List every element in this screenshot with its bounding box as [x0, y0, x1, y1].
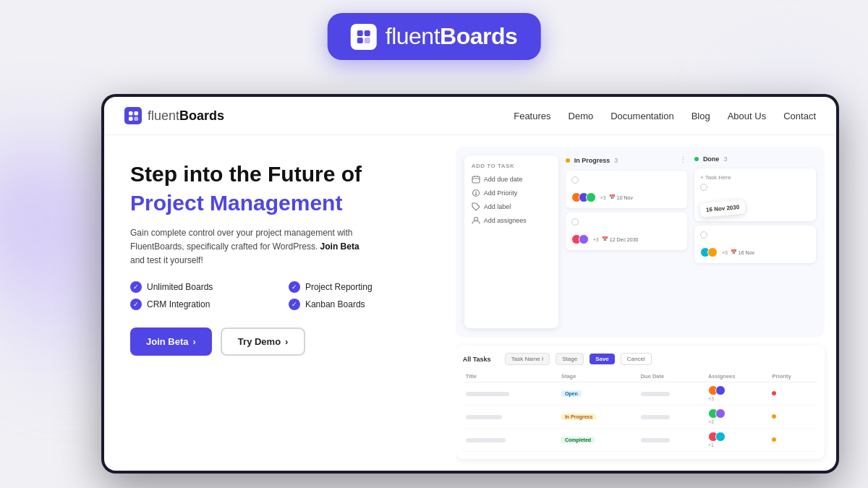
table-row: Completed +1: [463, 429, 817, 452]
kanban-card-4: +3 📅16 Nov: [694, 226, 816, 263]
row3-avatar-group: [708, 432, 766, 442]
table-area: All Tasks Task Name I Stage Save Cancel …: [456, 346, 825, 459]
col-count-progress: 3: [614, 157, 618, 164]
table-row: Open +3: [463, 382, 817, 406]
feature-check-2: ✓: [130, 299, 142, 310]
card-check-3: [700, 184, 707, 191]
priority-medium: [772, 414, 776, 419]
add-task-priority: Add Priority: [472, 189, 551, 197]
row2-assignees: +3: [705, 406, 769, 429]
hero-buttons: Join Beta › Try Demo ›: [130, 328, 435, 356]
top-logo-icon: [351, 24, 377, 50]
col-dot-done: [694, 157, 699, 161]
feature-item-0: ✓ Unlimited Boards: [130, 281, 277, 293]
col-title-done: Done: [703, 155, 720, 163]
col-title-progress: In Progress: [574, 157, 610, 164]
kanban-col-done: Done 3 + Task Here 16 Nov 2030: [694, 155, 816, 328]
nav-link-contact[interactable]: Contact: [783, 111, 816, 121]
avatar-plus-1: +3: [600, 195, 606, 200]
svg-point-14: [475, 194, 476, 194]
svg-rect-6: [129, 116, 133, 121]
row2-due: [638, 406, 705, 429]
status-badge-open: Open: [561, 390, 582, 397]
add-task-label: Add label: [472, 202, 551, 211]
table-cancel-button[interactable]: Cancel: [621, 353, 652, 365]
status-badge-done: Completed: [561, 437, 595, 443]
date-badge-2: 📅12 Dec 2030: [602, 236, 639, 242]
nav-link-blog[interactable]: Blog: [692, 111, 710, 121]
col-header-assignees: Assignees: [705, 371, 769, 382]
col-header-stage: Stage: [558, 371, 638, 382]
avatar-group-4: [700, 247, 718, 257]
row2-title: [463, 406, 558, 429]
hero-heading-line2: Project Management: [130, 190, 435, 216]
join-beta-button[interactable]: Join Beta ›: [130, 328, 212, 356]
col-menu-progress[interactable]: ⋮: [679, 155, 687, 165]
top-logo-pill: fluentBoards: [328, 13, 541, 60]
nav-link-documentation[interactable]: Documentation: [610, 111, 673, 121]
row2-avatar-group: [708, 408, 766, 419]
nav-link-demo[interactable]: Demo: [569, 111, 594, 121]
table-filter-task[interactable]: Task Name I: [505, 353, 550, 365]
feature-check-3: ✓: [289, 299, 300, 310]
hero-right: ADD TO TASK Add due date: [456, 135, 836, 471]
col-header-due: Due Date: [638, 371, 705, 382]
try-demo-button[interactable]: Try Demo ›: [221, 328, 306, 356]
svg-rect-3: [365, 38, 370, 43]
col-header-priority: Priority: [769, 371, 817, 382]
table-header-row: All Tasks Task Name I Stage Save Cancel: [463, 353, 817, 365]
col-dot-progress: [566, 158, 570, 163]
nav-logo-icon: [124, 107, 142, 124]
add-task-assignees: Add assignees: [472, 216, 551, 225]
card-check-1: [571, 176, 579, 184]
feature-item-2: ✓ CRM Integration: [130, 299, 277, 310]
top-logo-area: fluentBoards: [328, 13, 541, 60]
kanban-col-header-progress: In Progress 3 ⋮: [566, 155, 687, 165]
kanban-col-header-done: Done 3: [694, 155, 816, 163]
feature-check-1: ✓: [289, 281, 300, 293]
feature-item-1: ✓ Project Reporting: [289, 281, 435, 293]
date-badge-4: 📅16 Nov: [731, 249, 754, 255]
col-header-title: Title: [463, 371, 558, 382]
features-grid: ✓ Unlimited Boards ✓ Project Reporting ✓…: [130, 281, 435, 310]
svg-rect-0: [357, 30, 363, 36]
kanban-card-2: +3 📅12 Dec 2030: [566, 213, 687, 250]
card-task-label: + Task Here: [700, 174, 810, 181]
table-filter-stage[interactable]: Stage: [556, 353, 584, 365]
device-screen: fluentBoards Features Demo Documentation…: [104, 97, 836, 471]
avatar-3: [586, 192, 596, 202]
row1-due: [638, 382, 705, 406]
status-badge-progress: In Progress: [561, 414, 597, 420]
row1-avatar-2: [715, 385, 726, 395]
row3-assignees: +1: [705, 429, 769, 452]
svg-point-15: [474, 218, 477, 221]
device-frame: fluentBoards Features Demo Documentation…: [101, 94, 839, 474]
table-title: All Tasks: [463, 356, 499, 363]
add-task-panel: ADD TO TASK Add due date: [464, 155, 558, 328]
nav-logo-text: fluentBoards: [148, 108, 224, 124]
main-content: Step into the Future of Project Manageme…: [104, 135, 836, 471]
row1-avatar-group: [708, 385, 766, 395]
nav-logo: fluentBoards: [124, 107, 224, 124]
avatar-5: [579, 234, 589, 244]
hero-left: Step into the Future of Project Manageme…: [104, 135, 456, 471]
nav-link-features[interactable]: Features: [514, 111, 550, 121]
row3-stage: Completed: [558, 429, 638, 452]
priority-low: [772, 437, 776, 442]
add-task-title: ADD TO TASK: [472, 163, 551, 169]
data-table: Title Stage Due Date Assignees Priority …: [463, 371, 817, 452]
table-save-button[interactable]: Save: [590, 354, 615, 364]
row3-avatar-2: [715, 432, 726, 442]
nav-link-about[interactable]: About Us: [728, 111, 766, 121]
feature-label-1: Project Reporting: [305, 282, 373, 292]
date-badge-1: 📅10 Nov: [609, 194, 633, 200]
kanban-card-3: + Task Here 16 Nov 2030: [694, 168, 816, 221]
floating-date-note: 16 Nov 2030: [699, 200, 746, 217]
feature-label-0: Unlimited Boards: [147, 282, 213, 292]
navigation: fluentBoards Features Demo Documentation…: [104, 97, 836, 135]
feature-item-3: ✓ Kanban Boards: [289, 299, 435, 310]
row2-priority: [769, 406, 817, 429]
avatar-group-2: [571, 234, 589, 244]
row1-title: [463, 382, 558, 406]
card-check-4: [700, 231, 707, 239]
